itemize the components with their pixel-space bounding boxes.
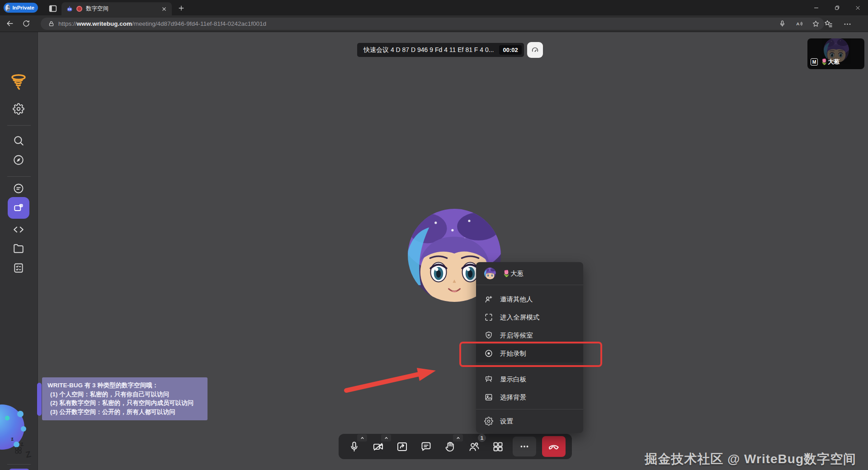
raised-hand-icon xyxy=(444,441,456,453)
settings-icon xyxy=(484,417,493,426)
url-text: https://www.writebug.com/meeting/4d87d94… xyxy=(58,20,769,27)
browser-url-bar: https://www.writebug.com/meeting/4d87d94… xyxy=(0,15,868,32)
tooltip-line: WRITE-BUG 有 3 种类型的数字空间哦： xyxy=(47,381,202,390)
url-scheme: https:// xyxy=(58,20,77,27)
restore-button[interactable] xyxy=(826,0,847,15)
minimize-button[interactable] xyxy=(806,0,826,15)
sidebar-meeting-icon xyxy=(13,202,24,214)
close-window-button[interactable] xyxy=(847,0,868,15)
person-plus-icon xyxy=(484,295,493,304)
window-controls xyxy=(806,0,868,15)
mic-icon xyxy=(348,441,360,453)
voice-search-icon[interactable] xyxy=(778,20,786,28)
menu-item-whiteboard[interactable]: 显示白板 xyxy=(476,370,583,388)
self-tile-label: M 🌷大葱 xyxy=(811,58,840,66)
browser-menu-icon[interactable] xyxy=(843,20,852,28)
layout-grid-button[interactable] xyxy=(489,437,507,456)
participants-icon xyxy=(468,441,480,453)
mic-expand-chevron[interactable] xyxy=(357,434,367,442)
lock-icon xyxy=(48,20,55,27)
end-call-icon xyxy=(547,440,560,453)
end-call-button[interactable] xyxy=(542,436,566,457)
watermark-text: 掘金技术社区 @ WriteBug数字空间 xyxy=(645,451,856,468)
address-bar[interactable]: https://www.writebug.com/meeting/4d87d94… xyxy=(41,18,824,30)
share-screen-icon xyxy=(396,441,408,453)
sidebar-divider xyxy=(7,176,31,177)
self-tile-name: 🌷大葱 xyxy=(821,58,840,66)
mini-grid-icon xyxy=(14,446,23,455)
more-dots-icon xyxy=(519,441,530,452)
meeting-timer: 00:02 xyxy=(499,45,521,55)
recording-indicator-icon xyxy=(76,6,82,12)
profile-avatar-icon xyxy=(5,5,10,11)
menu-user-avatar xyxy=(484,268,496,279)
inprivate-label: InPrivate xyxy=(12,5,34,10)
menu-item-invite[interactable]: 邀请其他人 xyxy=(476,290,583,308)
mascot-bump xyxy=(17,411,24,417)
menu-item-background[interactable]: 选择背景 xyxy=(476,388,583,406)
call-toolbar: 1 xyxy=(339,434,572,459)
browser-tab[interactable]: 数字空间 xyxy=(61,2,172,15)
site-favicon xyxy=(66,5,73,13)
refresh-button[interactable] xyxy=(20,17,33,30)
browser-tab-bar: InPrivate 数字空间 xyxy=(0,0,868,15)
sleep-z-text: Z xyxy=(25,449,32,460)
tooltip-line: (2) 私有数字空间：私密的，只有空间内成员可以访问 xyxy=(47,399,202,408)
more-options-button[interactable] xyxy=(513,437,536,456)
sidebar-divider xyxy=(7,464,31,465)
svg-text:A: A xyxy=(796,21,799,26)
raise-hand-button[interactable] xyxy=(441,437,459,456)
back-button[interactable] xyxy=(4,17,16,30)
sidebar-meeting-item-active[interactable] xyxy=(8,197,29,219)
favorites-bar-icon[interactable] xyxy=(824,19,833,28)
share-screen-button[interactable] xyxy=(393,437,411,456)
hand-expand-chevron[interactable] xyxy=(453,434,463,442)
url-domain: www.writebug.com xyxy=(77,20,132,27)
menu-user-header: 🌷大葱 xyxy=(476,262,583,285)
participants-count-badge: 1 xyxy=(478,434,486,442)
chat-bubble-icon xyxy=(420,441,432,453)
sidebar-search-icon[interactable] xyxy=(13,135,24,146)
waiting-room-shield-icon xyxy=(484,331,493,340)
tab-close-icon[interactable] xyxy=(160,5,168,13)
sidebar-code-icon[interactable] xyxy=(13,224,24,235)
sidebar-explore-icon[interactable] xyxy=(13,154,24,166)
sidebar-settings-icon[interactable] xyxy=(13,103,24,115)
self-video-tile[interactable]: M 🌷大葱 xyxy=(807,38,864,69)
app-sidebar: z z Z 扩容 xyxy=(0,32,38,470)
whiteboard-icon xyxy=(484,375,493,384)
tab-activity-icon[interactable] xyxy=(48,4,58,12)
tab-title: 数字空间 xyxy=(86,5,160,13)
mascot-bump xyxy=(21,426,26,432)
meeting-title-bar: 快速会议 4 D 87 D 946 9 Fd 4 11 Ef 81 F 4 0.… xyxy=(357,43,524,57)
read-aloud-icon[interactable]: A xyxy=(795,20,803,28)
mic-button[interactable] xyxy=(345,437,363,456)
network-status-button[interactable] xyxy=(527,42,543,58)
drawer-handle[interactable] xyxy=(37,383,42,416)
background-image-icon xyxy=(484,393,493,402)
new-tab-button[interactable] xyxy=(177,4,185,12)
participants-button[interactable]: 1 xyxy=(465,437,483,456)
layout-grid-icon xyxy=(492,441,504,453)
camera-button[interactable] xyxy=(369,437,387,456)
chat-button[interactable] xyxy=(417,437,435,456)
sidebar-chat-icon[interactable] xyxy=(13,183,24,194)
annotation-highlight-box xyxy=(459,342,602,367)
browser-window: InPrivate 数字空间 xyxy=(0,0,868,470)
annotation-arrow xyxy=(342,359,446,398)
favorite-star-icon[interactable] xyxy=(812,20,820,28)
moderator-badge: M xyxy=(811,58,818,66)
menu-item-settings[interactable]: 设置 xyxy=(476,412,583,430)
camera-off-icon xyxy=(372,441,384,453)
menu-user-name: 🌷大葱 xyxy=(502,269,524,278)
fullscreen-icon xyxy=(484,313,493,322)
tooltip-line: (3) 公开数字空间：公开的，所有人都可以访问 xyxy=(47,408,202,417)
sidebar-divider xyxy=(7,125,31,126)
camera-expand-chevron[interactable] xyxy=(381,434,391,442)
menu-item-fullscreen[interactable]: 进入全屏模式 xyxy=(476,308,583,326)
tooltip-line: (1) 个人空间：私密的，只有你自己可以访问 xyxy=(47,390,202,399)
sidebar-tasks-icon[interactable] xyxy=(13,262,24,274)
inprivate-badge: InPrivate xyxy=(4,3,38,13)
app-logo-icon[interactable] xyxy=(9,73,28,92)
sidebar-files-icon[interactable] xyxy=(13,243,24,254)
